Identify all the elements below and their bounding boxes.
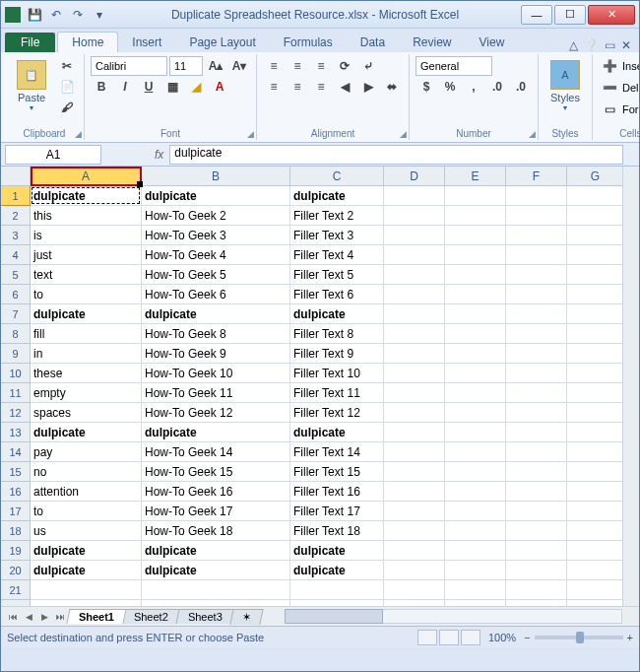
comma-icon[interactable]: , — [463, 77, 484, 97]
cell-D1[interactable] — [384, 186, 445, 206]
cut-icon[interactable]: ✂ — [56, 56, 78, 76]
fx-icon[interactable]: fx — [155, 148, 163, 162]
cell-E11[interactable] — [445, 383, 506, 403]
cell-G15[interactable] — [567, 462, 624, 482]
tab-view[interactable]: View — [466, 33, 519, 52]
row-header-14[interactable]: 14 — [1, 442, 31, 462]
paste-button[interactable]: 📋 Paste ▾ — [11, 56, 52, 126]
cell-G21[interactable] — [567, 580, 624, 600]
row-header-12[interactable]: 12 — [1, 403, 31, 423]
cell-B10[interactable]: How-To Geek 10 — [142, 364, 290, 383]
cell-F3[interactable] — [506, 226, 567, 245]
tab-formulas[interactable]: Formulas — [270, 33, 347, 52]
minimize-ribbon-icon[interactable]: △ — [569, 38, 578, 52]
cell-D11[interactable] — [384, 383, 445, 403]
row-header-17[interactable]: 17 — [1, 502, 31, 521]
cell-E13[interactable] — [445, 423, 506, 442]
cell-C1[interactable]: dulpicate — [290, 186, 384, 206]
align-middle-icon[interactable]: ≡ — [287, 56, 308, 76]
row-header-8[interactable]: 8 — [1, 324, 31, 344]
cell-C3[interactable]: Filler Text 3 — [290, 226, 384, 245]
increase-indent-icon[interactable]: ▶ — [357, 77, 379, 97]
cell-E8[interactable] — [445, 324, 506, 344]
tab-review[interactable]: Review — [399, 33, 465, 52]
format-painter-icon[interactable]: 🖌 — [56, 98, 78, 117]
tab-page-layout[interactable]: Page Layout — [175, 33, 269, 52]
cell-C11[interactable]: Filler Text 11 — [290, 383, 384, 403]
cell-G19[interactable] — [567, 541, 624, 561]
cell-F10[interactable] — [506, 364, 567, 383]
cell-D4[interactable] — [384, 245, 445, 265]
cell-A4[interactable]: just — [31, 245, 142, 265]
col-header-G[interactable]: G — [567, 167, 624, 186]
row-header-2[interactable]: 2 — [1, 206, 31, 226]
decrease-decimal-icon[interactable]: .0 — [510, 77, 532, 97]
col-header-F[interactable]: F — [506, 167, 567, 186]
cell-D21[interactable] — [384, 580, 445, 600]
cell-F2[interactable] — [506, 206, 567, 226]
cell-D6[interactable] — [384, 285, 445, 304]
cell-A10[interactable]: these — [31, 364, 142, 383]
row-header-13[interactable]: 13 — [1, 423, 31, 442]
page-layout-view-icon[interactable] — [439, 630, 459, 645]
cell-D2[interactable] — [384, 206, 445, 226]
cell-F21[interactable] — [506, 580, 567, 600]
cell-B18[interactable]: How-To Geek 18 — [142, 521, 290, 541]
cell-D9[interactable] — [384, 344, 445, 364]
cell-G1[interactable] — [567, 186, 624, 206]
cell-A18[interactable]: us — [31, 521, 142, 541]
sheet-nav-prev-icon[interactable]: ◀ — [21, 609, 36, 625]
cell-C10[interactable]: Filler Text 10 — [290, 364, 384, 383]
cell-B20[interactable]: dulpicate — [142, 561, 290, 580]
zoom-in-icon[interactable]: + — [627, 632, 633, 643]
row-header-20[interactable]: 20 — [1, 561, 31, 580]
tab-data[interactable]: Data — [347, 33, 399, 52]
cell-C18[interactable]: Filler Text 18 — [290, 521, 384, 541]
cell-F1[interactable] — [506, 186, 567, 206]
underline-button[interactable]: U — [138, 77, 160, 97]
cell-C7[interactable]: dulpicate — [290, 304, 384, 324]
cell-D18[interactable] — [384, 521, 445, 541]
row-header-21[interactable]: 21 — [1, 580, 31, 600]
merge-center-icon[interactable]: ⬌ — [381, 77, 403, 97]
cell-D8[interactable] — [384, 324, 445, 344]
close-workbook-icon[interactable]: ✕ — [621, 38, 631, 52]
cell-B12[interactable]: How-To Geek 12 — [142, 403, 290, 423]
cell-F11[interactable] — [506, 383, 567, 403]
zoom-slider[interactable] — [535, 636, 623, 639]
font-name-combo[interactable]: Calibri — [91, 56, 167, 76]
cell-A7[interactable]: dulpicate — [31, 304, 142, 324]
cell-B17[interactable]: How-To Geek 17 — [142, 502, 290, 521]
cell-E2[interactable] — [445, 206, 506, 226]
cell-B15[interactable]: How-To Geek 15 — [142, 462, 290, 482]
cell-E17[interactable] — [445, 502, 506, 521]
col-header-C[interactable]: C — [290, 167, 384, 186]
cell-E18[interactable] — [445, 521, 506, 541]
save-icon[interactable]: 💾 — [25, 5, 44, 25]
cell-G7[interactable] — [567, 304, 624, 324]
cell-B6[interactable]: How-To Geek 6 — [142, 285, 290, 304]
window-restore-icon[interactable]: ▭ — [605, 38, 615, 52]
align-right-icon[interactable]: ≡ — [310, 77, 332, 97]
delete-cells-button[interactable]: ➖Delete▾ — [599, 78, 640, 98]
cell-C16[interactable]: Filler Text 16 — [290, 482, 384, 502]
cell-G16[interactable] — [567, 482, 624, 502]
cell-F19[interactable] — [506, 541, 567, 561]
cell-D19[interactable] — [384, 541, 445, 561]
col-header-E[interactable]: E — [445, 167, 506, 186]
col-header-B[interactable]: B — [142, 167, 290, 186]
italic-button[interactable]: I — [114, 77, 136, 97]
row-header-7[interactable]: 7 — [1, 304, 31, 324]
undo-icon[interactable]: ↶ — [46, 5, 66, 25]
sheet-tab-Sheet1[interactable]: Sheet1 — [66, 609, 126, 624]
normal-view-icon[interactable] — [417, 630, 437, 645]
col-header-A[interactable]: A — [31, 167, 142, 186]
font-launcher-icon[interactable]: ◢ — [247, 129, 254, 139]
redo-icon[interactable]: ↷ — [68, 5, 88, 25]
cell-G8[interactable] — [567, 324, 624, 344]
cell-F12[interactable] — [506, 403, 567, 423]
styles-button[interactable]: A Styles ▾ — [544, 56, 586, 126]
row-header-6[interactable]: 6 — [1, 285, 31, 304]
cell-F13[interactable] — [506, 423, 567, 442]
help-icon[interactable]: ❔ — [584, 38, 599, 52]
